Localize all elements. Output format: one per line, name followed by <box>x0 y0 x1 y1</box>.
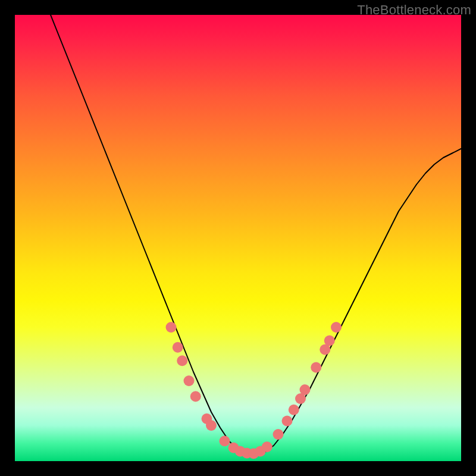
data-marker <box>300 384 311 395</box>
data-marker <box>311 362 321 373</box>
watermark-text: TheBottleneck.com <box>357 2 471 18</box>
data-marker <box>331 322 342 333</box>
data-marker <box>289 405 299 415</box>
chart-svg <box>15 15 461 461</box>
data-marker <box>220 436 230 446</box>
plot-area <box>15 15 461 461</box>
data-marker <box>184 375 195 386</box>
data-marker <box>177 355 187 366</box>
data-marker <box>206 420 217 431</box>
data-marker <box>273 429 284 440</box>
curve-line <box>51 15 461 455</box>
data-marker <box>262 441 273 452</box>
data-marker <box>166 322 177 333</box>
data-marker <box>282 416 293 427</box>
data-marker <box>190 391 201 402</box>
data-marker <box>324 336 335 346</box>
data-marker <box>173 342 183 353</box>
chart-container: TheBottleneck.com <box>0 0 476 476</box>
